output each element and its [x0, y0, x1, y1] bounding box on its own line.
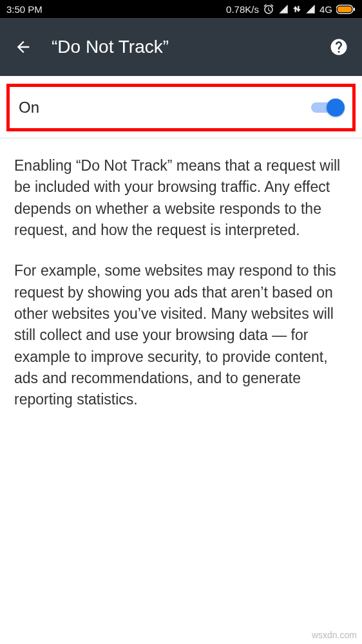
status-bar: 3:50 PM 0.78K/s 4G — [0, 0, 362, 18]
toggle-label: On — [19, 99, 39, 117]
watermark: wsxdn.com — [312, 630, 357, 640]
toggle-switch[interactable] — [311, 99, 343, 117]
help-button[interactable] — [326, 34, 352, 60]
arrow-back-icon — [14, 38, 32, 56]
signal-icon-2 — [305, 4, 316, 14]
status-network: 4G — [319, 4, 332, 15]
do-not-track-toggle-row[interactable]: On — [6, 84, 356, 131]
toggle-thumb — [327, 99, 345, 117]
status-right: 0.78K/s 4G — [226, 3, 356, 15]
battery-icon — [336, 5, 356, 14]
alarm-icon — [263, 3, 274, 15]
back-button[interactable] — [10, 34, 36, 60]
divider — [0, 138, 362, 138]
status-time: 3:50 PM — [6, 4, 43, 15]
data-arrows-icon — [292, 5, 301, 14]
svg-rect-1 — [338, 6, 352, 12]
page-title: “Do Not Track” — [52, 37, 310, 57]
svg-rect-2 — [354, 8, 355, 11]
signal-icon-1 — [278, 4, 289, 14]
description-paragraph-2: For example, some websites may respond t… — [14, 260, 348, 410]
description: Enabling “Do Not Track” means that a req… — [0, 147, 362, 438]
content: On Enabling “Do Not Track” means that a … — [0, 84, 362, 438]
help-icon — [329, 37, 348, 57]
status-speed: 0.78K/s — [226, 4, 259, 15]
app-bar: “Do Not Track” — [0, 18, 362, 76]
description-paragraph-1: Enabling “Do Not Track” means that a req… — [14, 155, 348, 241]
